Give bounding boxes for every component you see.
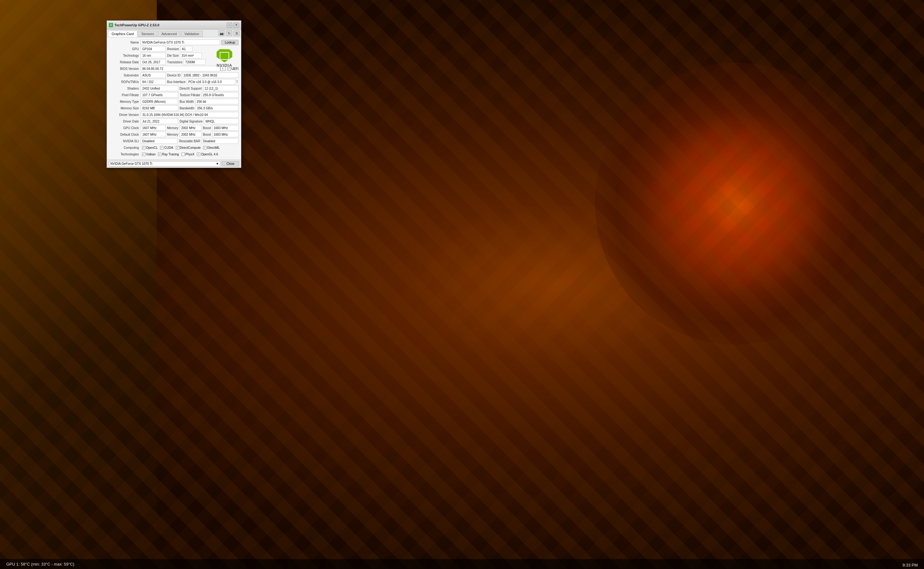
fillrate-row: Pixel Fillrate 107.7 GPixel/s Texture Fi… — [110, 92, 239, 98]
directcompute-label: DirectCompute — [180, 146, 201, 149]
memory-size-row: Memory Size 8192 MB Bandwidth 256.3 GB/s — [110, 105, 239, 111]
computing-row: Computing ✓ OpenCL ✓ CUDA ✓ DirectComput… — [110, 145, 239, 151]
technologies-label: Technologies — [110, 152, 141, 156]
title-bar: Z TechPowerUp GPU-Z 2.53.0 – ✕ — [107, 21, 241, 29]
menu-icon-btn[interactable]: ☰ — [233, 30, 240, 36]
nvidia-shield-inner — [220, 52, 229, 60]
app-icon: Z — [109, 23, 113, 27]
texture-fillrate-label: Texture Fillrate — [178, 93, 201, 97]
transistors-label: Transistors — [166, 61, 184, 64]
gpu-temperature-status: GPU 1: 58°C (min: 33°C - max: 59°C) — [6, 562, 74, 566]
bus-interface-value: PCIe x16 3.0 @ x16 3.0 — [187, 79, 236, 85]
tab-sensors[interactable]: Sensors — [138, 31, 157, 37]
bus-width-value: 256 bit — [195, 99, 239, 104]
gpu-label: GPU — [110, 47, 141, 51]
gpu-clock-row: GPU Clock 1607 MHz Memory 2002 MHz Boost… — [110, 125, 239, 131]
bios-label: BIOS Version — [110, 67, 141, 70]
content-area: NVIDIA Name NVIDIA GeForce GTX 1070 Ti L… — [107, 37, 241, 160]
cuda-label: CUDA — [164, 146, 173, 149]
memory-size-value: 8192 MB — [141, 105, 178, 111]
release-date-value: Oct 26, 2017 — [141, 59, 166, 65]
name-label: Name — [110, 41, 141, 44]
default-boost-value: 1683 MHz — [212, 132, 239, 137]
vulkan-item: ✓ Vulkan — [142, 152, 155, 156]
directcompute-item: ✓ DirectCompute — [176, 146, 201, 149]
driver-date-row: Driver Date Jul 21, 2022 Digital Signatu… — [110, 118, 239, 125]
physx-checkbox[interactable]: ✓ — [181, 152, 185, 156]
default-memory-label: Memory — [166, 133, 180, 136]
default-memory-value: 2002 MHz — [180, 132, 201, 137]
memory-type-row: Memory Type GDDR5 (Micron) Bus Width 256… — [110, 98, 239, 105]
die-size-label: Die Size — [166, 54, 180, 57]
ray-tracing-label: Ray Tracing — [162, 152, 179, 156]
directx-value: 12 (12_1) — [203, 85, 239, 91]
sli-value: Disabled — [141, 138, 178, 144]
status-bar: GPU 1: 58°C (min: 33°C - max: 59°C) 9:33… — [0, 559, 924, 569]
driver-version-value: 31.0.15.1694 (NVIDIA 516.94) DCH / Win10… — [141, 112, 239, 117]
default-clock-label: Default Clock — [110, 133, 141, 136]
device-id-value: 10DE 1B82 - 1043 861E — [182, 72, 239, 78]
refresh-icon-btn[interactable]: ↻ — [226, 30, 232, 36]
revision-label: Revision — [166, 47, 180, 51]
camera-icon-btn[interactable]: 📷 — [218, 30, 225, 36]
subvendor-row: Subvendor ASUS Device ID 10DE 1B82 - 104… — [110, 72, 239, 78]
close-main-button[interactable]: Close — [222, 161, 239, 166]
computing-label: Computing — [110, 146, 141, 149]
directml-checkbox[interactable]: ✓ — [203, 146, 207, 149]
memory-type-label: Memory Type — [110, 100, 141, 103]
bus-interface-label: Bus Interface — [166, 80, 187, 84]
cuda-checkbox[interactable]: ✓ — [160, 146, 164, 149]
driver-version-row: Driver Version 31.0.15.1694 (NVIDIA 516.… — [110, 111, 239, 118]
rops-value: 64 / 152 — [141, 79, 166, 85]
name-row: Name NVIDIA GeForce GTX 1070 Ti Lookup — [110, 39, 239, 46]
opencl-checkbox[interactable]: ✓ — [142, 146, 145, 149]
taskbar-time: 9:33 PM — [903, 563, 918, 567]
minimize-button[interactable]: – — [227, 23, 232, 27]
tab-graphics-card[interactable]: Graphics Card — [108, 31, 137, 37]
gpuz-window: Z TechPowerUp GPU-Z 2.53.0 – ✕ Graphics … — [107, 20, 241, 168]
sli-label: NVIDIA SLI — [110, 140, 141, 143]
resizable-bar-value: Disabled — [201, 138, 239, 144]
memory-type-value: GDDR5 (Micron) — [141, 99, 178, 104]
digital-sig-label: Digital Signature — [178, 120, 204, 123]
tech-checkboxes: ✓ Vulkan ✓ Ray Tracing ✓ PhysX ✓ OpenGL … — [141, 152, 239, 156]
bandwidth-value: 256.3 GB/s — [196, 105, 239, 111]
opengl-checkbox[interactable]: ✓ — [197, 152, 200, 156]
directml-item: ✓ DirectML — [203, 146, 220, 149]
default-gpu-clock-value: 1607 MHz — [141, 132, 166, 137]
ray-tracing-checkbox[interactable]: ✓ — [158, 152, 161, 156]
gpu-clock-value: 1607 MHz — [141, 125, 166, 131]
transistors-value: 7200M — [184, 59, 206, 65]
bios-value: 86.04.85.00.72 — [141, 66, 220, 72]
technology-value: 16 nm — [141, 53, 166, 58]
lookup-button[interactable]: Lookup — [221, 40, 239, 45]
memory-clock-label: Memory — [166, 126, 180, 130]
opengl-label: OpenGL 4.6 — [201, 152, 218, 156]
pixel-fillrate-value: 107.7 GPixel/s — [141, 92, 178, 98]
default-boost-label: Boost — [201, 133, 212, 136]
tab-validation[interactable]: Validation — [181, 31, 203, 37]
texture-fillrate-value: 255.8 GTexel/s — [201, 92, 239, 98]
gpu-chip-value: GP104 — [141, 46, 166, 52]
tab-bar: Graphics Card Sensors Advanced Validatio… — [107, 29, 241, 37]
nvidia-brand-text: NVIDIA — [216, 63, 232, 68]
vulkan-checkbox[interactable]: ✓ — [142, 152, 145, 156]
boost-clock-value: 1683 MHz — [212, 125, 239, 131]
directx-label: DirectX Support — [178, 87, 203, 90]
shaders-row: Shaders 2432 Unified DirectX Support 12 … — [110, 85, 239, 91]
shaders-label: Shaders — [110, 87, 141, 90]
gpu-selector-value: NVIDIA GeForce GTX 1070 Ti — [110, 162, 152, 166]
physx-item: ✓ PhysX — [181, 152, 195, 156]
close-button[interactable]: ✕ — [233, 23, 239, 27]
rops-label: ROPs/TMUs — [110, 80, 141, 84]
vulkan-label: Vulkan — [146, 152, 155, 156]
tab-advanced[interactable]: Advanced — [158, 31, 180, 37]
directcompute-checkbox[interactable]: ✓ — [176, 146, 179, 149]
bottom-bar: NVIDIA GeForce GTX 1070 Ti ▼ Close — [107, 160, 241, 167]
gpu-selector-dropdown[interactable]: NVIDIA GeForce GTX 1070 Ti ▼ — [109, 161, 220, 166]
nvidia-logo: NVIDIA — [210, 48, 239, 68]
opencl-item: ✓ OpenCL — [142, 146, 158, 149]
shaders-value: 2432 Unified — [141, 85, 178, 91]
subvendor-value: ASUS — [141, 72, 166, 78]
bus-width-label: Bus Width — [178, 100, 195, 103]
